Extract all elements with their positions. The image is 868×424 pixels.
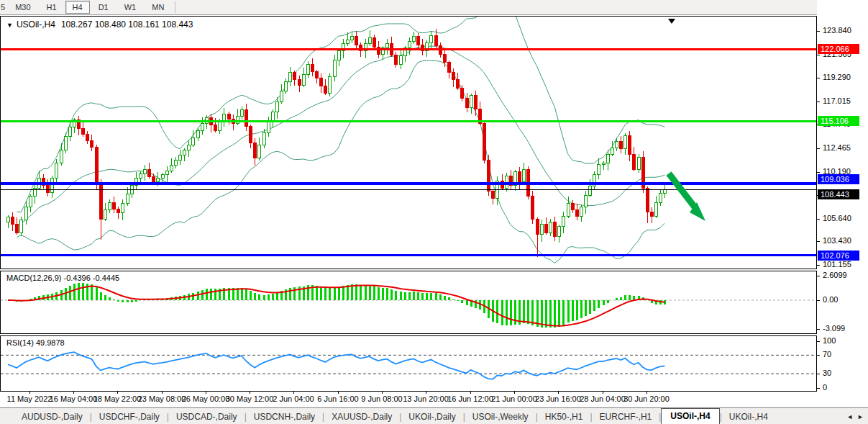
axis-tick	[817, 241, 820, 242]
chart-tab-xauusd-daily[interactable]: XAUUSD-,Daily	[324, 410, 399, 424]
axis-tick	[817, 102, 820, 102]
chart-ohlc-values: 108.267 108.480 108.161 108.443	[61, 19, 193, 30]
chart-menu-icon[interactable]: ▼	[6, 22, 13, 29]
chart-tab-usdcnh-daily[interactable]: USDCNH-,Daily	[247, 410, 322, 424]
chart-tab-usdcad-daily[interactable]: USDCAD-,Daily	[169, 410, 245, 424]
macd-chart-canvas[interactable]	[1, 271, 816, 333]
timeframe-button-w1[interactable]: W1	[117, 1, 144, 14]
time-axis-tick	[338, 392, 339, 394]
axis-tick	[817, 219, 820, 220]
time-axis-tick	[470, 392, 471, 394]
price-level-badge: 102.076	[818, 251, 859, 261]
timeframe-button-mn[interactable]: MN	[145, 1, 171, 14]
axis-tick	[817, 388, 820, 389]
axis-tick	[817, 341, 820, 342]
timeframe-toolbar: 5 M30H1H4D1W1MN	[0, 0, 868, 15]
axis-tick-label: 100	[823, 336, 836, 345]
time-axis[interactable]: 11 May 202216 May 04:0018 May 22:0023 Ma…	[0, 392, 817, 407]
axis-tick-label: 101.155	[823, 260, 851, 269]
axis-tick-label: 123.840	[823, 26, 851, 35]
time-axis-tick	[206, 392, 206, 394]
price-level-badge: 115.106	[818, 116, 859, 126]
time-axis-tick	[426, 392, 426, 394]
candlestick-series	[7, 29, 667, 258]
timeframe-button-m30[interactable]: M30	[8, 1, 37, 14]
price-level-badge: 122.066	[818, 44, 859, 54]
price-level-badge: 109.036	[818, 174, 859, 184]
time-axis-tick	[73, 392, 74, 394]
time-axis-tick	[29, 392, 30, 394]
time-axis-tick	[162, 392, 163, 394]
timeframe-button-d1[interactable]: D1	[91, 1, 116, 14]
mt4-chart-window: 5 M30H1H4D1W1MN ▼USOil-,H4108.267 108.48…	[0, 0, 868, 424]
chart-tab-usoil-weekly[interactable]: USOil-,Weekly	[465, 410, 536, 424]
rsi-label: RSI(14) 49.9878	[6, 338, 65, 347]
time-axis-tick	[250, 392, 250, 394]
axis-tick	[817, 300, 820, 301]
axis-tick-label: 0.00	[823, 295, 838, 304]
time-axis-tick	[514, 392, 515, 394]
time-axis-tick	[558, 392, 559, 394]
axis-tick	[817, 148, 820, 149]
axis-tick	[817, 55, 820, 55]
rsi-indicator-panel[interactable]: RSI(14) 49.9878	[0, 335, 817, 392]
timeframe-buttons: M30H1H4D1W1MN	[7, 1, 172, 14]
time-axis-label: 30 Jun 20:00	[614, 394, 679, 403]
chart-tab-ukoil-h4[interactable]: UKOil-,H4	[722, 410, 775, 424]
axis-tick	[817, 172, 820, 173]
chart-shift-marker-icon[interactable]	[668, 19, 675, 24]
chart-tab-ukoil-daily[interactable]: UKOil-,Daily	[401, 410, 462, 424]
chart-tab-hk50-h1[interactable]: HK50-,H1	[538, 410, 590, 424]
tab-scroll-right-icon[interactable]: ►	[857, 413, 868, 424]
chart-tab-usoil-h4[interactable]: USOil-,H4	[661, 408, 719, 424]
axis-tick	[817, 31, 820, 32]
chart-tab-usdchf-daily[interactable]: USDCHF-,Daily	[92, 410, 167, 424]
macd-label: MACD(12,26,9) -0.4396 -0.4445	[6, 274, 119, 282]
axis-tick-label: 117.015	[823, 96, 851, 105]
rsi-line	[8, 352, 664, 379]
timeframe-button-h1[interactable]: H1	[40, 1, 64, 14]
axis-tick-label: 0	[823, 383, 827, 392]
rsi-chart-canvas[interactable]	[1, 336, 816, 391]
down-arrow-annotation[interactable]	[669, 173, 705, 221]
axis-tick-label: 103.430	[823, 236, 851, 245]
time-axis-tick	[293, 392, 294, 394]
chart-tab-eurchf-h1[interactable]: EURCHF-,H1	[593, 410, 659, 424]
axis-tick-label: 30	[823, 369, 831, 377]
axis-tick-label: 105.640	[823, 214, 851, 222]
chart-tab-audusd-daily[interactable]: AUDUSD-,Daily	[14, 410, 90, 424]
axis-tick	[817, 78, 820, 78]
axis-tick-label: 119.290	[823, 73, 851, 81]
price-level-badge: 108.443	[818, 189, 859, 199]
macd-signal-line	[8, 285, 664, 325]
candlestick-chart-canvas[interactable]	[1, 17, 816, 269]
axis-tick-label: 70	[823, 350, 831, 358]
timeframe-button-h4[interactable]: H4	[65, 1, 90, 14]
axis-tick	[817, 355, 820, 356]
chart-tab-bar: AUDUSD-,Daily|USDCHF-,Daily|USDCAD-,Dail…	[0, 407, 868, 424]
main-price-chart[interactable]: ▼USOil-,H4108.267 108.480 108.161 108.44…	[0, 16, 817, 269]
axis-tick-label: 112.465	[823, 143, 851, 152]
macd-indicator-panel[interactable]: MACD(12,26,9) -0.4396 -0.4445	[0, 271, 817, 334]
time-axis-tick	[382, 392, 383, 394]
axis-tick	[817, 374, 820, 374]
tab-scroll-left-icon[interactable]: ◄	[846, 413, 857, 424]
chart-tabs: AUDUSD-,Daily|USDCHF-,Daily|USDCAD-,Dail…	[0, 408, 846, 424]
axis-tick	[817, 276, 820, 276]
timeframe-button-m5-partial[interactable]: 5	[0, 3, 7, 12]
time-axis-tick	[647, 392, 647, 394]
axis-tick	[817, 329, 820, 330]
chart-symbol-label: USOil-,H4	[17, 19, 55, 30]
chart-title: ▼USOil-,H4108.267 108.480 108.161 108.44…	[6, 19, 193, 30]
axis-tick-label: 2.6099	[823, 271, 847, 279]
axis-tick	[817, 265, 820, 266]
time-axis-tick	[603, 392, 603, 394]
toolbar-separator	[175, 1, 175, 13]
price-axis[interactable]: 123.840121.565119.290117.015114.740112.4…	[817, 0, 868, 407]
axis-tick-label: -3.099	[823, 324, 845, 333]
time-axis-tick	[117, 392, 118, 394]
